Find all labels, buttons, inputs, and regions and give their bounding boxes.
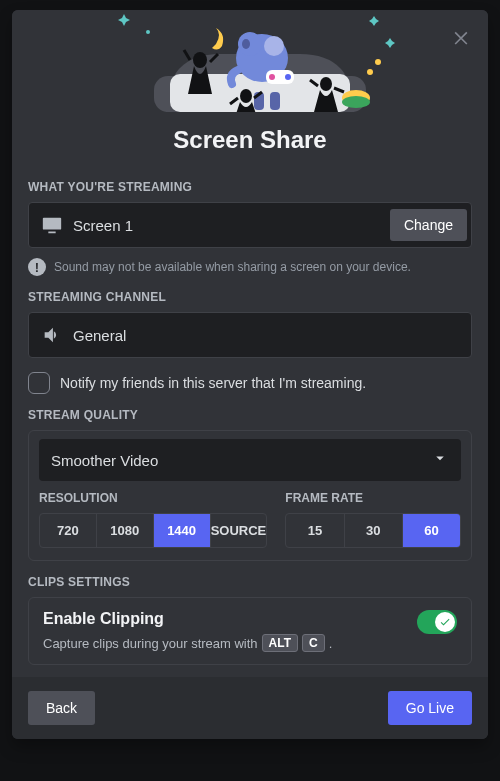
notify-checkbox[interactable] [28,372,50,394]
framerate-option-30[interactable]: 30 [345,514,403,547]
clips-section-label: CLIPS SETTINGS [28,575,472,589]
close-button[interactable] [448,24,474,50]
streaming-source-row: Screen 1 Change [28,202,472,248]
info-icon: ! [28,258,46,276]
notify-row: Notify my friends in this server that I'… [28,372,472,394]
channel-name: General [73,327,126,344]
clips-description: Capture clips during your stream with AL… [43,634,457,652]
resolution-column: RESOLUTION 720 1080 1440 SOURCE [39,491,267,548]
modal-title: Screen Share [12,112,488,162]
chevron-down-icon [431,449,449,471]
close-icon [451,27,471,47]
hero-illustration [12,10,488,112]
resolution-option-source[interactable]: SOURCE [211,514,267,547]
screen-share-modal: Screen Share WHAT YOU'RE STREAMING Scree… [12,10,488,739]
resolution-option-720[interactable]: 720 [40,514,97,547]
channel-row[interactable]: General [28,312,472,358]
notify-label: Notify my friends in this server that I'… [60,375,366,391]
svg-point-0 [146,30,150,34]
framerate-column: FRAME RATE 15 30 60 [285,491,461,548]
go-live-button[interactable]: Go Live [388,691,472,725]
clips-desc-suffix: . [329,636,333,651]
streaming-source-name: Screen 1 [73,217,133,234]
streaming-source[interactable]: Screen 1 [29,203,390,247]
quality-box: Smoother Video RESOLUTION 720 1080 1440 … [28,430,472,561]
hotkey-alt: ALT [262,634,298,652]
streaming-source-label: WHAT YOU'RE STREAMING [28,180,472,194]
resolution-segmented: 720 1080 1440 SOURCE [39,513,267,548]
svg-point-4 [193,52,207,68]
resolution-label: RESOLUTION [39,491,267,505]
clips-box: Enable Clipping Capture clips during you… [28,597,472,665]
clips-toggle[interactable] [417,610,457,634]
modal-footer: Back Go Live [12,677,488,739]
framerate-label: FRAME RATE [285,491,461,505]
speaker-icon [41,324,63,346]
quality-preset-dropdown[interactable]: Smoother Video [39,439,461,481]
svg-point-15 [320,77,332,91]
quality-section-label: STREAM QUALITY [28,408,472,422]
framerate-segmented: 15 30 60 [285,513,461,548]
framerate-option-60[interactable]: 60 [403,514,460,547]
toggle-knob [435,612,455,632]
clips-title: Enable Clipping [43,610,457,628]
resolution-option-1080[interactable]: 1080 [97,514,154,547]
svg-point-14 [240,89,252,103]
sound-hint-text: Sound may not be available when sharing … [54,260,411,274]
svg-rect-13 [270,92,280,110]
svg-point-8 [264,36,284,56]
framerate-option-15[interactable]: 15 [286,514,344,547]
svg-point-11 [285,74,291,80]
quality-preset-label: Smoother Video [51,452,158,469]
svg-point-18 [367,69,373,75]
svg-point-19 [375,59,381,65]
channel-section-label: STREAMING CHANNEL [28,290,472,304]
modal-content: WHAT YOU'RE STREAMING Screen 1 Change ! … [12,162,488,677]
hotkey-c: C [302,634,325,652]
check-icon [439,616,451,628]
svg-point-17 [342,96,370,108]
clips-desc-prefix: Capture clips during your stream with [43,636,258,651]
change-source-button[interactable]: Change [390,209,467,241]
svg-point-10 [269,74,275,80]
svg-point-7 [242,39,250,49]
sound-hint: ! Sound may not be available when sharin… [28,258,472,276]
monitor-icon [41,214,63,236]
resolution-option-1440[interactable]: 1440 [154,514,211,547]
back-button[interactable]: Back [28,691,95,725]
